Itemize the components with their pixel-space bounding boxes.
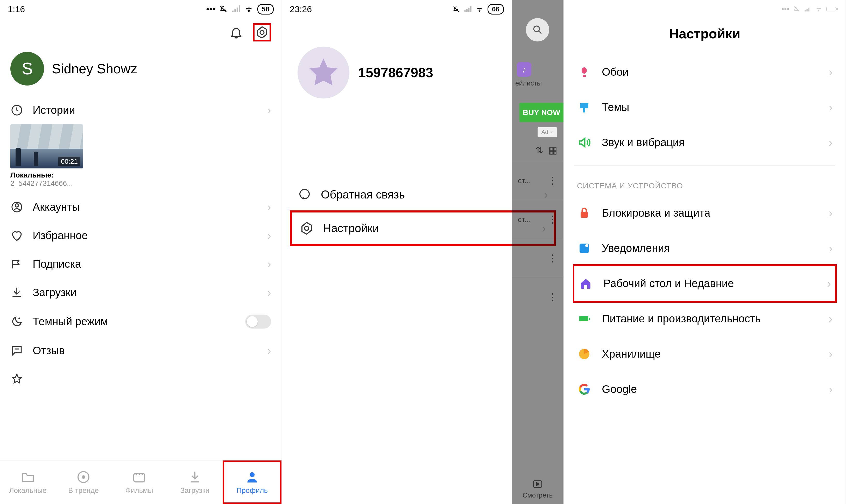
- kebab-icon: ⋮: [547, 253, 557, 264]
- settings-hex-icon: [255, 26, 269, 39]
- notifications-button[interactable]: [227, 23, 245, 41]
- menu-label: Загрузки: [33, 286, 258, 299]
- svg-rect-13: [836, 8, 838, 10]
- nav-label: Фильмы: [125, 486, 153, 495]
- chevron-right-icon: ›: [267, 257, 271, 271]
- menu-subscription[interactable]: Подписка ›: [0, 250, 282, 278]
- settings-storage[interactable]: Хранилище ›: [574, 336, 835, 372]
- svg-point-5: [83, 476, 85, 478]
- bg-ad-badge: Ad ×: [538, 127, 557, 137]
- chat-icon: [11, 344, 23, 357]
- wifi-icon: [244, 5, 254, 14]
- star-icon: [307, 56, 340, 89]
- play-square-icon: [532, 478, 543, 490]
- nav-local[interactable]: Локальные: [0, 461, 56, 504]
- kebab-icon: ⋮: [547, 214, 557, 225]
- moon-icon: [11, 315, 23, 328]
- page-title: Настройки: [564, 18, 845, 54]
- menu-histories[interactable]: Истории ›: [0, 96, 282, 124]
- menu-feedback[interactable]: Отзыв ›: [0, 336, 282, 365]
- avatar: S: [11, 52, 44, 86]
- nav-downloads[interactable]: Загрузки: [167, 461, 223, 504]
- menu-label: Подписка: [33, 258, 258, 270]
- bg-music-tile: ♪: [517, 62, 532, 77]
- history-thumbnail-block[interactable]: 00:21 Локальные: 2_544277314666...: [0, 124, 282, 193]
- play-circle-icon: [76, 470, 91, 484]
- settings-desktop-recents[interactable]: Рабочий стол и Недавние ›: [573, 264, 837, 303]
- chevron-right-icon: ›: [267, 229, 271, 242]
- username: Sidney Showz: [52, 61, 137, 76]
- menu-favorites[interactable]: Избранное ›: [0, 221, 282, 250]
- settings-list: Обои › Темы › Звук и вибрация › СИСТЕМА …: [564, 54, 845, 407]
- settings-label: Блокировка и защита: [602, 207, 818, 219]
- settings-notifications[interactable]: Уведомления ›: [574, 231, 835, 266]
- download-arrow-icon: [188, 470, 202, 484]
- bell-icon: [229, 26, 243, 39]
- signal-icon: [464, 5, 471, 13]
- settings-wallpaper[interactable]: Обои ›: [574, 54, 835, 90]
- menu-dark-mode[interactable]: Темный режим: [0, 307, 282, 336]
- chevron-right-icon: ›: [829, 206, 832, 219]
- menu-downloads[interactable]: Загрузки ›: [0, 278, 282, 307]
- nav-label: Локальные: [9, 486, 47, 495]
- bg-buy-button: BUY NOW: [519, 103, 563, 122]
- lock-icon: [578, 207, 591, 219]
- menu-accounts[interactable]: Аккаунты ›: [0, 193, 282, 221]
- status-time: 23:26: [290, 4, 312, 14]
- settings-google[interactable]: Google ›: [574, 372, 835, 407]
- thumb-caption-file: 2_544277314666...: [11, 179, 271, 187]
- bg-row-text: ст...: [518, 176, 531, 185]
- star-outline-icon: [11, 373, 23, 385]
- settings-button[interactable]: [253, 23, 271, 41]
- more-dots-icon: •••: [781, 5, 790, 14]
- bg-list-row: ст... ⋮: [512, 161, 563, 200]
- sound-icon: [578, 136, 591, 149]
- bg-sort-grid-icons: ⇅ ▦: [512, 140, 563, 161]
- settings-label: Рабочий стол и Недавние: [604, 277, 817, 290]
- video-thumbnail[interactable]: 00:21: [11, 124, 83, 168]
- menu-label: Отзыв: [33, 344, 258, 357]
- user-header[interactable]: S Sidney Showz: [0, 47, 282, 96]
- chevron-right-icon: ›: [829, 66, 832, 78]
- settings-label: Обои: [602, 66, 818, 78]
- signal-icon: [804, 5, 811, 13]
- bg-list-row: ⋮: [512, 239, 563, 277]
- settings-label: Звук и вибрация: [602, 136, 818, 149]
- person-icon: [245, 470, 259, 484]
- nav-movies[interactable]: Фильмы: [111, 461, 167, 504]
- menu-label: Аккаунты: [33, 201, 258, 213]
- menu-label: Избранное: [33, 229, 258, 242]
- bg-row-text: ст...: [518, 215, 531, 224]
- settings-themes[interactable]: Темы ›: [574, 90, 835, 125]
- settings-lock[interactable]: Блокировка и защита ›: [574, 195, 835, 231]
- clapper-icon: [132, 470, 146, 484]
- battery-level: 66: [488, 4, 504, 15]
- menu-label: Настройки: [323, 222, 533, 235]
- avatar-initial: S: [22, 59, 33, 78]
- avatar: [298, 47, 349, 98]
- chevron-right-icon: ›: [829, 312, 832, 325]
- settings-power[interactable]: Питание и производительность ›: [574, 301, 835, 336]
- settings-sound[interactable]: Звук и вибрация ›: [574, 125, 835, 160]
- svg-rect-19: [579, 316, 588, 321]
- menu-truncated[interactable]: [0, 365, 282, 385]
- nav-trending[interactable]: В тренде: [56, 461, 111, 504]
- flag-icon: [11, 257, 23, 271]
- search-icon: [532, 24, 543, 36]
- svg-point-9: [305, 226, 309, 230]
- dark-mode-toggle[interactable]: [245, 314, 271, 328]
- nav-label: В тренде: [68, 486, 99, 495]
- wifi-icon: [815, 5, 823, 13]
- status-bar: 1:16 ••• 58: [0, 0, 282, 18]
- bottom-nav: Локальные В тренде Фильмы Загрузки Профи…: [0, 460, 282, 504]
- chevron-right-icon: ›: [829, 347, 832, 360]
- status-icons: •••: [781, 5, 838, 14]
- nav-label: Профиль: [236, 486, 268, 495]
- wallpaper-icon: [578, 66, 591, 78]
- svg-rect-14: [580, 103, 588, 108]
- nav-profile[interactable]: Профиль: [223, 461, 282, 504]
- status-icons: ••• 58: [206, 4, 274, 15]
- wifi-icon: [475, 5, 484, 13]
- bg-search: [526, 18, 549, 41]
- chevron-right-icon: ›: [827, 277, 831, 290]
